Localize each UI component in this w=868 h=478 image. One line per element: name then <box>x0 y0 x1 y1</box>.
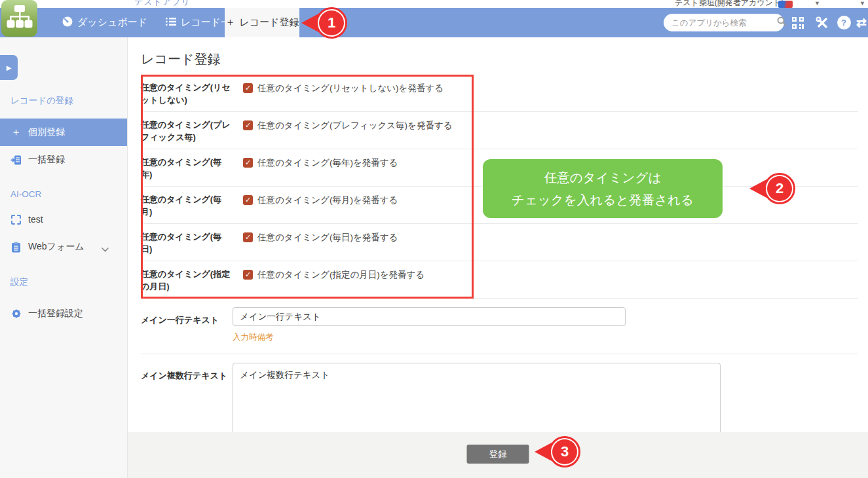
sidebar-item-label: Webフォーム <box>28 241 85 253</box>
callout-line: チェックを入れると発番される <box>512 189 694 211</box>
main-content: レコード登録 任意のタイミング(リセットしない) ✓ 任意のタイミング(リセット… <box>128 37 868 478</box>
step-marker-1: 1 <box>301 7 347 39</box>
step-marker-3: 3 <box>535 436 580 468</box>
checkbox-label[interactable]: 任意のタイミング(プレフィックス毎)を発番する <box>257 120 453 132</box>
input-note: 入力時備考 <box>233 332 626 343</box>
dashboard-gauge-icon <box>62 16 73 29</box>
gear-icon <box>10 308 22 319</box>
field-label: 任意のタイミング(毎年) <box>141 156 233 186</box>
search-input[interactable] <box>671 18 777 28</box>
form-row-timing-no-reset: 任意のタイミング(リセットしない) ✓ 任意のタイミング(リセットしない)を発番… <box>141 75 858 112</box>
sidebar-item-label: 一括登録設定 <box>28 308 83 320</box>
field-label: 任意のタイミング(リセットしない) <box>141 82 233 111</box>
help-icon[interactable]: ? <box>833 8 854 37</box>
form-footer: 登録 <box>128 432 868 478</box>
plus-icon: ＋ <box>225 16 235 29</box>
top-clipped-strip: テストアプリ テスト柴垣(開発者アカウント) ▼ ▼ <box>0 0 868 8</box>
clipboard-icon <box>10 242 22 253</box>
checkbox-checked[interactable]: ✓ <box>243 158 253 168</box>
sidebar-item-bulk-register[interactable]: 一括登録 <box>0 146 127 174</box>
crop-scan-icon <box>10 215 22 225</box>
list-icon <box>166 17 176 28</box>
field-label: 任意のタイミング(指定の月日) <box>141 268 233 298</box>
tab-dashboard-label: ダッシュボード <box>77 16 147 29</box>
sidebar-collapse-button[interactable]: ▶ <box>0 55 18 80</box>
field-label: 任意のタイミング(プレフィックス毎) <box>141 119 233 149</box>
sidebar: ▶ レコードの登録 ＋ 個別登録 一括登録 AI-OCR test Webフォー… <box>0 37 128 478</box>
step-marker-2: 2 <box>749 173 795 204</box>
question-mark: ? <box>837 16 851 29</box>
clipboard-arrow-icon <box>10 155 22 166</box>
checkbox-label[interactable]: 任意のタイミング(指定の月日)を発番する <box>257 269 425 281</box>
tools-settings-icon[interactable] <box>811 8 833 37</box>
sidebar-item-bulk-register-settings[interactable]: 一括登録設定 <box>0 300 127 327</box>
qr-apps-icon[interactable] <box>788 8 808 37</box>
green-callout: 任意のタイミングは チェックを入れると発番される <box>483 159 723 218</box>
tab-dashboard[interactable]: ダッシュボード <box>62 8 147 37</box>
callout-line: 任意のタイミングは <box>544 166 662 189</box>
form-row-timing-per-prefix: 任意のタイミング(プレフィックス毎) ✓ 任意のタイミング(プレフィックス毎)を… <box>141 112 858 149</box>
form-row-timing-daily: 任意のタイミング(毎日) ✓ 任意のタイミング(毎日)を発番する <box>141 224 858 261</box>
checkbox-label[interactable]: 任意のタイミング(リセットしない)を発番する <box>257 83 443 94</box>
app-window: テストアプリ テスト柴垣(開発者アカウント) ▼ ▼ ダッシュボード レコード一… <box>0 0 868 478</box>
app-search[interactable] <box>664 14 784 31</box>
field-label: 任意のタイミング(毎月) <box>141 194 233 223</box>
step-number: 1 <box>319 10 344 35</box>
app-navbar: ダッシュボード レコード一覧 ＋ レコード登録 ? ⇄ <box>0 8 868 37</box>
plus-icon: ＋ <box>10 126 22 139</box>
sidebar-section-record-registration: レコードの登録 <box>0 95 127 107</box>
sync-refresh-icon[interactable]: ⇄ <box>853 8 868 37</box>
sidebar-item-individual-register[interactable]: ＋ 個別登録 <box>0 119 127 146</box>
logged-in-user: テスト柴垣(開発者アカウント) <box>675 0 783 8</box>
field-label: メイン一行テキスト <box>141 299 233 354</box>
tab-record-register-label: レコード登録 <box>239 16 299 29</box>
chevron-down-icon[interactable]: ▼ <box>814 0 820 7</box>
app-logo[interactable] <box>1 0 37 37</box>
checkbox-checked[interactable]: ✓ <box>243 195 253 205</box>
checkbox-label[interactable]: 任意のタイミング(毎月)を発番する <box>257 194 398 206</box>
step-number: 2 <box>767 176 792 201</box>
record-form: 任意のタイミング(リセットしない) ✓ 任意のタイミング(リセットしない)を発番… <box>141 75 858 449</box>
checkbox-checked[interactable]: ✓ <box>243 120 253 130</box>
chevron-down-icon[interactable] <box>102 244 109 254</box>
checkbox-checked[interactable]: ✓ <box>243 232 253 242</box>
sidebar-item-label: test <box>28 214 43 225</box>
tab-record-register-active[interactable]: ＋ レコード登録 <box>225 8 299 37</box>
sidebar-item-webform[interactable]: Webフォーム <box>0 233 127 261</box>
step-number: 3 <box>552 439 577 464</box>
app-title-clipped: テストアプリ <box>134 0 191 8</box>
sidebar-section-settings: 設定 <box>0 276 127 288</box>
sidebar-item-label: 個別登録 <box>28 126 65 138</box>
checkbox-checked[interactable]: ✓ <box>243 83 253 93</box>
submit-button[interactable]: 登録 <box>467 445 529 464</box>
sidebar-item-test[interactable]: test <box>0 206 127 233</box>
form-row-timing-specified-date: 任意のタイミング(指定の月日) ✓ 任意のタイミング(指定の月日)を発番する <box>141 261 858 299</box>
checkbox-checked[interactable]: ✓ <box>243 270 253 280</box>
checkbox-label[interactable]: 任意のタイミング(毎日)を発番する <box>257 232 398 244</box>
page-title: レコード登録 <box>141 50 220 68</box>
sidebar-item-label: 一括登録 <box>28 154 65 166</box>
sidebar-section-ai-ocr: AI-OCR <box>0 189 127 199</box>
form-row-main-single-line-text: メイン一行テキスト 入力時備考 <box>141 299 858 354</box>
chevron-down-icon[interactable]: ▼ <box>859 0 865 7</box>
avatar[interactable] <box>778 1 793 8</box>
search-icon[interactable] <box>777 16 787 29</box>
org-chart-glyph <box>5 4 34 33</box>
checkbox-label[interactable]: 任意のタイミング(毎年)を発番する <box>257 157 398 169</box>
single-line-text-input[interactable] <box>233 307 626 326</box>
field-label: 任意のタイミング(毎日) <box>141 231 233 261</box>
